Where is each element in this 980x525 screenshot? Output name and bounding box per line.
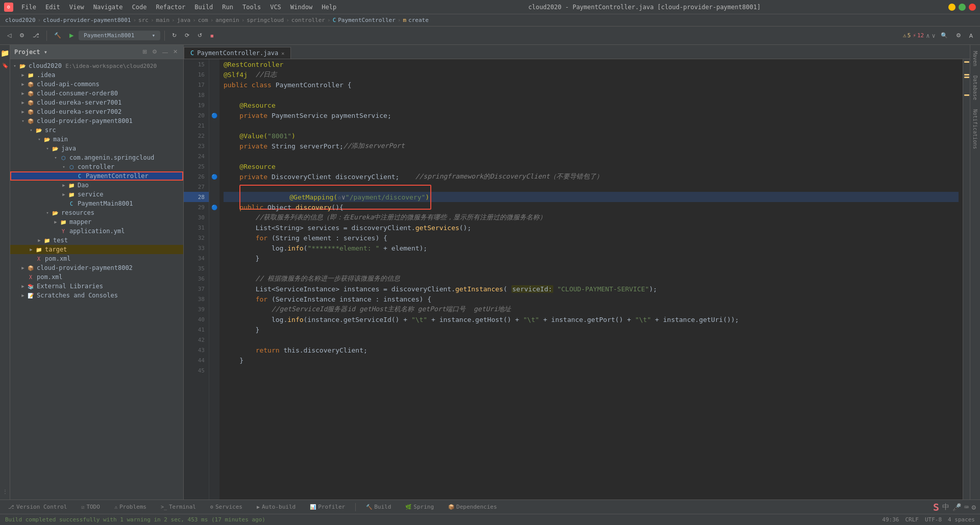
- sidebar-maven[interactable]: Maven: [971, 49, 979, 68]
- bc-springcloud[interactable]: springcloud: [247, 17, 284, 23]
- bc-root[interactable]: cloud2020: [5, 17, 36, 23]
- menu-view[interactable]: View: [65, 3, 88, 12]
- menu-build[interactable]: Build: [190, 3, 217, 12]
- tab-close-icon[interactable]: ✕: [281, 51, 284, 56]
- panel-close[interactable]: ✕: [172, 48, 179, 56]
- tree-item-mapper[interactable]: ▶ 📁 mapper: [10, 217, 183, 227]
- tree-item-pkg[interactable]: ▾ ⬡ com.angenin.springcloud: [10, 153, 183, 162]
- tree-item-controller[interactable]: ▾ ⬡ controller: [10, 162, 183, 171]
- toolbar-stop[interactable]: ■: [207, 31, 217, 40]
- tree-item-eureka7001[interactable]: ▶ 📦 cloud-eureka-server7001: [10, 98, 183, 107]
- project-icon[interactable]: 📁: [1, 49, 9, 57]
- menu-tools[interactable]: Tools: [238, 3, 265, 12]
- tree-item-pom-root[interactable]: ▶ X pom.xml: [10, 272, 183, 282]
- editor-tab-paymentcontroller[interactable]: C PaymentController.java ✕: [184, 47, 291, 59]
- tree-item-main[interactable]: ▾ 📂 main: [10, 135, 183, 144]
- bc-class[interactable]: PaymentController: [338, 17, 396, 23]
- tree-item-consumer[interactable]: ▶ 📦 cloud-consumer-order80: [10, 89, 183, 98]
- tree-item-service[interactable]: ▶ 📁 service: [10, 190, 183, 199]
- tree-item-target[interactable]: ▶ 📁 target: [10, 245, 183, 254]
- tab-label: PaymentController.java: [197, 49, 278, 57]
- menu-run[interactable]: Run: [218, 3, 237, 12]
- line-ending[interactable]: CRLF: [905, 516, 919, 523]
- menu-navigate[interactable]: Navigate: [89, 3, 127, 12]
- sidebar-notifications[interactable]: Notifications: [971, 107, 979, 151]
- toolbar-git[interactable]: ⎇: [30, 31, 42, 40]
- indent-spaces[interactable]: 4 spaces: [948, 516, 975, 523]
- panel-gear[interactable]: —: [161, 48, 169, 56]
- tab-profiler[interactable]: 📊 Profiler: [306, 502, 349, 512]
- tree-item-payment-controller[interactable]: ▶ C PaymentController: [10, 171, 183, 181]
- tree-item-api-commons[interactable]: ▶ 📦 cloud-api-commons: [10, 80, 183, 89]
- tab-auto-build[interactable]: ▶ Auto-build: [253, 502, 300, 512]
- bc-angenin[interactable]: angenin: [215, 17, 239, 23]
- bc-module[interactable]: cloud-provider-payment8001: [43, 17, 131, 23]
- tree-item-appyaml[interactable]: ▶ Y application.yml: [10, 227, 183, 236]
- tab-dependencies[interactable]: 📦 Dependencies: [444, 502, 501, 512]
- toolbar-run[interactable]: ▶: [66, 31, 77, 40]
- menu-help[interactable]: Help: [317, 3, 340, 12]
- panel-collapse-all[interactable]: ⊞: [141, 48, 149, 56]
- run-config-selector[interactable]: PaymentMain8001 ▾: [79, 31, 160, 40]
- method-close: }: [224, 357, 243, 364]
- line-num-43: 43: [184, 345, 209, 355]
- tab-todo[interactable]: ☑ TODO: [77, 502, 104, 512]
- toolbar-reload[interactable]: ↺: [194, 31, 205, 40]
- toolbar-translate[interactable]: A: [966, 31, 976, 40]
- code-area[interactable]: @RestController @Slf4j //日志 public class…: [219, 59, 963, 499]
- toolbar-search[interactable]: 🔍: [938, 31, 951, 40]
- bc-src[interactable]: src: [138, 17, 149, 23]
- panel-settings[interactable]: ⚙: [151, 48, 159, 56]
- sidebar-database[interactable]: Database: [971, 73, 979, 102]
- toolbar-build[interactable]: 🔨: [51, 31, 64, 40]
- structure-icon[interactable]: ⋮: [1, 487, 9, 495]
- maximize-button[interactable]: [959, 4, 966, 11]
- menu-refactor[interactable]: Refactor: [152, 3, 189, 12]
- menu-code[interactable]: Code: [128, 3, 151, 12]
- tab-problems[interactable]: ⚠ Problems: [110, 502, 151, 512]
- toolbar-collapse[interactable]: ∧: [926, 32, 929, 39]
- tree-item-extlibs[interactable]: ▶ 📚 External Libraries: [10, 282, 183, 291]
- toolbar-expand[interactable]: ∨: [932, 32, 935, 39]
- bc-method[interactable]: create: [408, 17, 429, 23]
- tree-item-scratches[interactable]: ▶ 📝 Scratches and Consoles: [10, 291, 183, 300]
- toolbar-settings2[interactable]: ⚙: [953, 31, 964, 40]
- minimize-button[interactable]: [948, 4, 955, 11]
- code-line-44: }: [224, 355, 959, 365]
- tree-item-payment8002[interactable]: ▶ 📦 cloud-provider-payment8002: [10, 263, 183, 272]
- charset[interactable]: UTF-8: [925, 516, 942, 523]
- tab-terminal[interactable]: >_ Terminal: [157, 502, 200, 512]
- menu-edit[interactable]: Edit: [41, 3, 64, 12]
- tree-item-cloud2020[interactable]: ▾ 📂 cloud2020 E:\idea-workspace\cloud202…: [10, 61, 183, 70]
- cursor-position[interactable]: 49:36: [882, 516, 899, 523]
- menu-vcs[interactable]: VCS: [266, 3, 285, 12]
- tab-version-control[interactable]: ⎇ Version Control: [4, 502, 71, 512]
- tree-item-eureka7002[interactable]: ▶ 📦 cloud-eureka-server7002: [10, 107, 183, 116]
- bc-controller[interactable]: controller: [291, 17, 325, 23]
- editor-scrollbar[interactable]: [963, 59, 970, 499]
- tab-services[interactable]: ⚙ Services: [206, 502, 247, 512]
- tab-spring[interactable]: 🌿 Spring: [401, 502, 438, 512]
- toolbar-refresh[interactable]: ↻: [169, 31, 180, 40]
- toolbar-back[interactable]: ◁: [4, 31, 14, 40]
- toolbar-sync[interactable]: ⟳: [182, 31, 192, 40]
- tab-build[interactable]: 🔨 Build: [362, 502, 395, 512]
- menu-file[interactable]: File: [17, 3, 40, 12]
- menu-window[interactable]: Window: [286, 3, 316, 12]
- tree-item-resources[interactable]: ▾ 📂 resources: [10, 208, 183, 217]
- toolbar-settings[interactable]: ⚙: [16, 31, 28, 40]
- tree-item-idea[interactable]: ▶ 📁 .idea: [10, 70, 183, 80]
- bc-com[interactable]: com: [198, 17, 208, 23]
- tree-item-pom8001[interactable]: ▶ X pom.xml: [10, 254, 183, 263]
- bc-java[interactable]: java: [177, 17, 191, 23]
- close-button[interactable]: [969, 4, 976, 11]
- bc-main[interactable]: main: [156, 17, 170, 23]
- tree-item-payment8001[interactable]: ▾ 📦 cloud-provider-payment8001: [10, 116, 183, 126]
- module-icon: 📦: [27, 81, 35, 88]
- tree-item-dao[interactable]: ▶ 📁 Dao: [10, 181, 183, 190]
- bookmarks-icon[interactable]: 🔖: [1, 61, 9, 69]
- tree-item-test[interactable]: ▶ 📁 test: [10, 236, 183, 245]
- tree-item-src[interactable]: ▾ 📂 src: [10, 126, 183, 135]
- tree-item-java[interactable]: ▾ 📂 java: [10, 144, 183, 153]
- tree-item-paymentmain[interactable]: ▶ C PaymentMain8001: [10, 199, 183, 208]
